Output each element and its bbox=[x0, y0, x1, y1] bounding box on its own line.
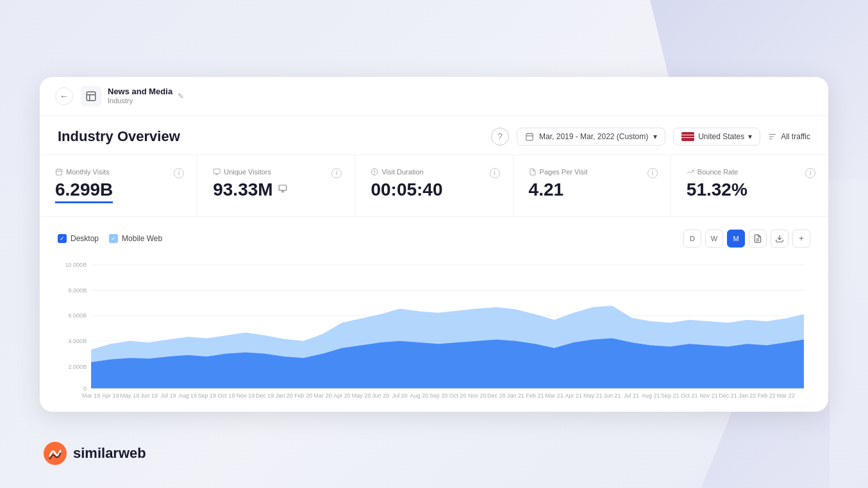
svg-text:Jan 21: Jan 21 bbox=[507, 391, 524, 398]
date-picker-arrow: ▾ bbox=[653, 132, 657, 141]
svg-text:Mar 20: Mar 20 bbox=[313, 391, 331, 398]
breadcrumb-subtitle: Industry bbox=[108, 97, 172, 105]
period-week-button[interactable]: W bbox=[705, 230, 723, 248]
svg-text:Jul 19: Jul 19 bbox=[161, 391, 176, 398]
svg-text:Dec 20: Dec 20 bbox=[487, 391, 506, 398]
chart-controls: D W M + bbox=[683, 230, 810, 248]
svg-text:Feb 22: Feb 22 bbox=[758, 391, 776, 398]
svg-text:Jun 21: Jun 21 bbox=[603, 391, 621, 398]
svg-text:2.000B: 2.000B bbox=[69, 362, 87, 369]
svg-text:Apr 20: Apr 20 bbox=[333, 391, 351, 398]
edit-icon[interactable]: ✎ bbox=[178, 92, 184, 101]
header-controls: ? Mar, 2019 - Mar, 2022 (Custom) ▾ Unite… bbox=[491, 128, 810, 146]
visit-duration-info[interactable]: i bbox=[490, 168, 500, 178]
svg-text:8.000B: 8.000B bbox=[69, 286, 87, 293]
top-bar: ← News and Media Industry ✎ bbox=[40, 77, 828, 116]
chart-wrapper: 10.000B 8.000B 6.000B 4.000B 2.000B 0 Ma… bbox=[58, 258, 810, 399]
svg-text:4.000B: 4.000B bbox=[69, 337, 87, 344]
svg-text:May 21: May 21 bbox=[583, 391, 603, 398]
svg-text:Oct 19: Oct 19 bbox=[218, 391, 235, 398]
metric-visit-duration: Visit Duration 00:05:40 i bbox=[355, 155, 513, 216]
svg-text:Oct 21: Oct 21 bbox=[681, 391, 698, 398]
chart-legend: Desktop Mobile Web D W M bbox=[58, 230, 810, 248]
bounce-rate-info[interactable]: i bbox=[805, 168, 815, 178]
svg-text:Dec 21: Dec 21 bbox=[719, 391, 737, 398]
svg-text:Aug 21: Aug 21 bbox=[642, 391, 660, 398]
breadcrumb-title: News and Media bbox=[108, 87, 172, 97]
legend-desktop[interactable]: Desktop bbox=[58, 234, 99, 243]
metric-monthly-visits: Monthly Visits 6.299B i bbox=[40, 155, 197, 216]
period-month-button[interactable]: M bbox=[727, 230, 745, 248]
back-button[interactable]: ← bbox=[55, 87, 73, 105]
monthly-visits-value: 6.299B bbox=[55, 181, 113, 203]
brand-logo: similarweb bbox=[44, 442, 146, 465]
svg-text:Oct 20: Oct 20 bbox=[449, 391, 467, 398]
svg-text:May 20: May 20 bbox=[352, 391, 371, 398]
chart-svg: 10.000B 8.000B 6.000B 4.000B 2.000B 0 Ma… bbox=[58, 258, 810, 399]
svg-text:Nov 20: Nov 20 bbox=[468, 391, 487, 398]
brand-name: similarweb bbox=[73, 445, 146, 462]
traffic-picker[interactable]: All traffic bbox=[768, 132, 810, 141]
svg-text:Jan 20: Jan 20 bbox=[276, 391, 293, 398]
main-card: ← News and Media Industry ✎ Industry Ove… bbox=[40, 77, 828, 412]
metric-unique-visitors: Unique Visitors 93.33M i bbox=[197, 155, 355, 216]
svg-text:0: 0 bbox=[83, 384, 87, 391]
pages-per-visit-label: Pages Per Visit bbox=[529, 168, 655, 176]
svg-text:Sep 21: Sep 21 bbox=[661, 391, 680, 398]
bounce-rate-value: 51.32% bbox=[687, 181, 813, 199]
monthly-visits-label: Monthly Visits bbox=[55, 168, 181, 176]
metric-pages-per-visit: Pages Per Visit 4.21 i bbox=[513, 155, 671, 216]
date-picker[interactable]: Mar, 2019 - Mar, 2022 (Custom) ▾ bbox=[517, 128, 665, 146]
add-button[interactable]: + bbox=[792, 230, 810, 248]
visit-duration-value: 00:05:40 bbox=[371, 181, 497, 199]
svg-text:Mar 19: Mar 19 bbox=[82, 391, 100, 398]
legend-mobile-web[interactable]: Mobile Web bbox=[109, 234, 162, 243]
svg-rect-7 bbox=[56, 169, 62, 175]
svg-text:Jun 20: Jun 20 bbox=[372, 391, 389, 398]
breadcrumb: News and Media Industry bbox=[108, 87, 172, 105]
svg-text:10.000B: 10.000B bbox=[65, 260, 87, 267]
unique-visitors-value: 93.33M bbox=[213, 181, 272, 199]
svg-text:Sep 20: Sep 20 bbox=[430, 391, 448, 398]
svg-text:Sep 19: Sep 19 bbox=[197, 391, 216, 398]
country-picker[interactable]: United States ▾ bbox=[673, 128, 760, 146]
svg-text:Feb 20: Feb 20 bbox=[294, 391, 312, 398]
svg-text:Mar 21: Mar 21 bbox=[546, 391, 563, 398]
svg-text:Apr 21: Apr 21 bbox=[565, 391, 582, 398]
desktop-checkbox[interactable] bbox=[58, 234, 67, 243]
excel-export-button[interactable] bbox=[749, 230, 767, 248]
country-label: United States bbox=[698, 132, 744, 141]
chart-area: Desktop Mobile Web D W M bbox=[40, 217, 828, 412]
svg-rect-14 bbox=[279, 185, 287, 190]
legend-items: Desktop Mobile Web bbox=[58, 234, 162, 243]
pages-per-visit-info[interactable]: i bbox=[647, 168, 658, 178]
svg-text:Aug 19: Aug 19 bbox=[178, 391, 197, 398]
period-day-button[interactable]: D bbox=[683, 230, 701, 248]
svg-text:6.000B: 6.000B bbox=[69, 312, 87, 319]
similarweb-logo-icon bbox=[44, 442, 67, 465]
traffic-label: All traffic bbox=[781, 132, 810, 141]
svg-rect-3 bbox=[526, 133, 533, 140]
svg-text:Nov 21: Nov 21 bbox=[699, 391, 718, 398]
svg-text:Jul 21: Jul 21 bbox=[624, 391, 639, 398]
news-media-icon bbox=[81, 86, 101, 106]
mobile-web-checkbox[interactable] bbox=[109, 234, 118, 243]
svg-text:May 19: May 19 bbox=[121, 391, 140, 398]
download-button[interactable] bbox=[771, 230, 789, 248]
svg-text:Dec 19: Dec 19 bbox=[256, 391, 274, 398]
svg-text:Apr 19: Apr 19 bbox=[102, 391, 119, 398]
metrics-row: Monthly Visits 6.299B i Unique Visitors … bbox=[40, 155, 828, 217]
unique-visitors-info[interactable]: i bbox=[331, 168, 342, 178]
country-picker-arrow: ▾ bbox=[748, 132, 752, 141]
svg-text:Mar 22: Mar 22 bbox=[777, 391, 795, 398]
bounce-rate-label: Bounce Rate bbox=[687, 168, 813, 176]
svg-text:Feb 21: Feb 21 bbox=[526, 391, 544, 398]
help-button[interactable]: ? bbox=[491, 128, 509, 146]
page-title: Industry Overview bbox=[58, 128, 180, 145]
date-range-label: Mar, 2019 - Mar, 2022 (Custom) bbox=[539, 132, 648, 141]
unique-visitors-label: Unique Visitors bbox=[213, 168, 339, 176]
monitor-icon bbox=[278, 184, 287, 195]
monthly-visits-info[interactable]: i bbox=[174, 168, 184, 178]
svg-text:Nov 19: Nov 19 bbox=[237, 391, 255, 398]
visit-duration-label: Visit Duration bbox=[371, 168, 497, 176]
